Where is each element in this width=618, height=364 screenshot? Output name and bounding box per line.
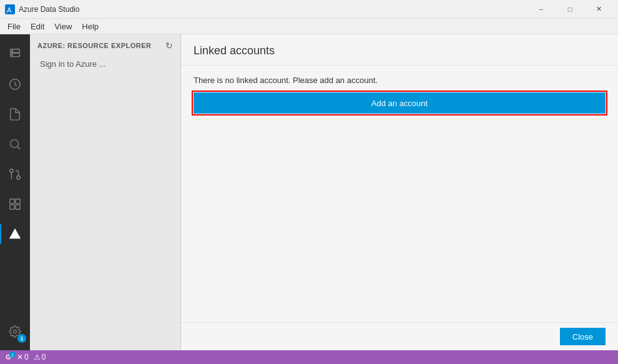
warning-status-icon: ⚠	[34, 353, 41, 362]
restore-button[interactable]: □	[556, 0, 584, 19]
add-account-button[interactable]: Add an account	[194, 92, 606, 114]
close-dialog-button[interactable]: Close	[560, 328, 606, 345]
refresh-icon[interactable]: ↻	[165, 41, 173, 51]
menu-file[interactable]: File	[2, 20, 26, 33]
svg-rect-12	[10, 199, 14, 204]
svg-point-4	[12, 51, 13, 52]
activity-servers[interactable]	[0, 39, 30, 69]
panel-body: There is no linked account. Please add a…	[181, 66, 618, 322]
svg-rect-15	[16, 205, 20, 209]
activity-files[interactable]	[0, 99, 30, 129]
error-count: 0	[24, 353, 29, 362]
activity-git[interactable]	[0, 159, 30, 189]
activity-history[interactable]	[0, 69, 30, 99]
activity-extensions[interactable]	[0, 189, 30, 219]
main-content: Linked accounts There is no linked accou…	[181, 34, 618, 350]
svg-rect-14	[10, 205, 14, 209]
activity-settings[interactable]: 1	[0, 317, 30, 347]
status-warnings[interactable]: ⚠ 0	[34, 353, 46, 362]
svg-point-10	[10, 169, 14, 173]
svg-point-5	[12, 54, 13, 56]
activity-bar: 1	[0, 34, 30, 350]
menu-bar: File Edit View Help	[0, 19, 618, 34]
svg-point-7	[11, 140, 19, 148]
window-controls: − □ ✕	[527, 0, 613, 19]
gear-badge-status: 1	[9, 352, 16, 358]
status-errors[interactable]: ✕ 0	[17, 353, 29, 362]
sidebar: AZURE: RESOURCE EXPLORER ↻ Sign in to Az…	[30, 34, 181, 350]
svg-point-9	[17, 176, 21, 180]
settings-badge: 1	[17, 334, 26, 343]
activity-search[interactable]	[0, 129, 30, 159]
minimize-button[interactable]: −	[527, 0, 556, 19]
svg-rect-13	[16, 199, 20, 204]
sidebar-title: AZURE: RESOURCE EXPLORER	[37, 42, 152, 49]
svg-line-8	[17, 147, 20, 149]
close-button[interactable]: ✕	[584, 0, 613, 19]
status-bar: ⚙ 1 ✕ 0 ⚠ 0	[0, 350, 618, 364]
panel-title: Linked accounts	[181, 34, 618, 66]
status-gear[interactable]: ⚙ 1	[5, 353, 12, 362]
dialog-footer: Close	[181, 322, 618, 350]
app-body: 1 AZURE: RESOURCE EXPLORER ↻ Sign in to …	[0, 34, 618, 350]
sidebar-header: AZURE: RESOURCE EXPLORER ↻	[30, 34, 180, 56]
window-title: Azure Data Studio	[19, 5, 523, 14]
error-status-icon: ✕	[17, 353, 23, 362]
menu-edit[interactable]: Edit	[26, 20, 49, 33]
svg-marker-16	[9, 229, 21, 239]
status-left: ⚙ 1 ✕ 0 ⚠ 0	[5, 353, 46, 362]
menu-help[interactable]: Help	[77, 20, 104, 33]
no-account-message: There is no linked account. Please add a…	[194, 76, 606, 85]
sign-in-item[interactable]: Sign in to Azure ...	[30, 56, 180, 72]
activity-azure[interactable]	[0, 219, 30, 249]
svg-text:A: A	[7, 6, 12, 14]
warning-count: 0	[42, 353, 46, 362]
menu-view[interactable]: View	[49, 20, 77, 33]
activity-bottom: 1	[0, 317, 30, 350]
svg-point-17	[14, 330, 17, 333]
title-bar: A Azure Data Studio − □ ✕	[0, 0, 618, 19]
app-icon: A	[5, 4, 15, 14]
